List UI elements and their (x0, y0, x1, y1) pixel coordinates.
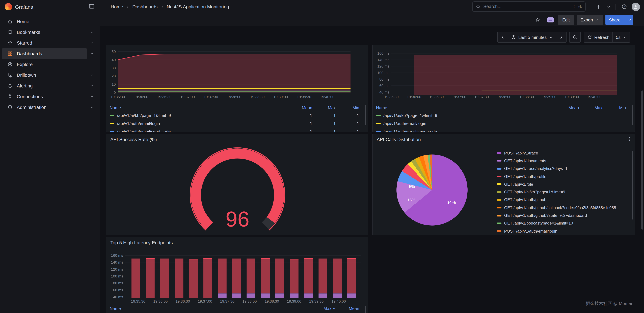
success-rate-gauge[interactable]: 96 (106, 144, 368, 234)
legend-row[interactable]: /api/v1/auth/email/login111 (110, 120, 359, 128)
grid-icon (8, 51, 13, 56)
legend-value: 1 (338, 113, 359, 118)
legend-row[interactable]: /api/v1/auth/email/login (376, 120, 626, 128)
legend-sort-max[interactable]: Max (315, 306, 336, 311)
legend-row[interactable]: /api/v1/auth/email/send-code (376, 128, 626, 132)
add-chevron-down-icon[interactable] (605, 2, 612, 12)
legend-scrollbar[interactable] (365, 105, 366, 125)
time-forward-button[interactable] (556, 32, 566, 42)
legend-scrollbar[interactable] (632, 151, 633, 220)
pie-chart[interactable] (396, 154, 468, 226)
sidebar-link-dashboards[interactable]: Dashboards (2, 48, 87, 59)
panel-top5-high-latency: Top 5 High Latency Endpoints 40 ms60 ms8… (106, 237, 368, 313)
add-button[interactable] (593, 2, 604, 12)
chevron-down-icon[interactable] (87, 52, 97, 56)
star-dashboard-icon[interactable] (533, 15, 543, 25)
refresh-button[interactable]: Refresh (584, 32, 613, 42)
legend-sort-max[interactable]: Max (582, 106, 602, 110)
series-color-swatch (497, 191, 502, 193)
pie-legend-item[interactable]: POST /api/v1/auth/email/login (497, 227, 627, 235)
chevron-down-icon[interactable] (87, 105, 97, 109)
panel-menu-icon[interactable] (627, 137, 632, 141)
pie-legend-item[interactable]: GET /api/v1/auth/github/callback?code=0f… (497, 204, 627, 212)
panel-title[interactable]: API Calls Distribution (377, 137, 421, 142)
share-button[interactable]: Share (606, 15, 633, 25)
user-avatar[interactable] (630, 2, 641, 12)
panel-title[interactable]: Top 5 High Latency Endpoints (110, 240, 173, 245)
search-icon (476, 4, 481, 9)
svg-text:?: ? (623, 5, 625, 8)
series-name: GET /api/v1/auth/github?state=%2Fdashboa… (504, 213, 587, 218)
sidebar-link-explore[interactable]: Explore (2, 59, 87, 70)
breadcrumb-dashboards[interactable]: Dashboards (132, 4, 158, 9)
pie-legend-item[interactable]: GET /api/v1/role (497, 180, 627, 188)
panel-title[interactable]: API Success Rate (%) (110, 137, 157, 142)
pie-legend-item[interactable]: GET /api/v1/trace/analytics?days=1 (497, 165, 627, 173)
time-back-button[interactable] (498, 32, 508, 42)
legend-scrollbar[interactable] (365, 306, 366, 313)
dock-menu-icon[interactable] (88, 3, 94, 10)
sidebar-link-home[interactable]: Home (2, 16, 87, 27)
svg-text:19:39:30: 19:39:30 (564, 95, 579, 99)
legend-sort-name[interactable]: Name (376, 106, 387, 110)
sidebar-link-bookmarks[interactable]: Bookmarks (2, 27, 87, 37)
sidebar-link-drilldown[interactable]: Drilldown (2, 70, 87, 80)
brand-name: Grafana (15, 4, 33, 9)
legend-sort-mean[interactable]: Mean (292, 106, 312, 110)
svg-text:19:36:00: 19:36:00 (407, 95, 421, 99)
share-chevron-down-icon[interactable] (626, 15, 633, 25)
zoom-out-button[interactable] (569, 32, 580, 42)
svg-text:19:35:30: 19:35:30 (110, 95, 125, 99)
breadcrumb-current-dashboard[interactable]: NestJS Application Monitoring (167, 4, 229, 9)
pie-legend-item[interactable]: GET /api/v1/auth/github?state=%2Fdashboa… (497, 212, 627, 220)
legend-sort-min[interactable]: Min (605, 106, 626, 110)
export-button[interactable]: Export (576, 15, 603, 25)
latency-timeseries-chart[interactable]: 40 ms60 ms80 ms100 ms120 ms140 ms160 ms1… (375, 46, 633, 101)
pie-legend-item[interactable]: GET /api/v1/auth/github (497, 196, 627, 204)
time-range-picker[interactable]: Last 5 minutes (508, 32, 556, 42)
page-scrollbar[interactable] (641, 90, 643, 230)
sidebar-link-starred[interactable]: Starred (2, 37, 87, 48)
legend-sort-mean[interactable]: Mean (338, 306, 359, 311)
top5-latency-bar-chart[interactable]: 40 ms60 ms80 ms100 ms120 ms140 ms160 ms1… (108, 247, 365, 309)
legend-row[interactable]: /api/v1/auth/email/send-code111 (110, 128, 359, 132)
pie-legend-item[interactable]: POST /api/v1/trace (497, 149, 627, 157)
sidebar-link-connections[interactable]: Connections (2, 91, 87, 102)
chevron-down-icon[interactable] (87, 94, 97, 98)
pie-legend-item[interactable]: GET /api/v1/documents (497, 157, 627, 165)
sidebar-link-alerting[interactable]: Alerting (2, 80, 87, 91)
requests-timeseries-chart[interactable]: 0102030405019:35:3019:36:0019:36:3019:37… (108, 46, 365, 101)
svg-text:0: 0 (114, 90, 116, 95)
help-icon[interactable]: ? (619, 2, 629, 12)
ai-assistant-icon[interactable] (546, 15, 556, 25)
series-color-swatch (110, 123, 114, 124)
panel-api-calls-distribution: API Calls Distribution 5% 15% 64% POST /… (372, 134, 635, 235)
sidebar-link-administration[interactable]: Administration (2, 102, 87, 113)
pie-legend-item[interactable]: GET /api/v1/ai/kb?page=1&limit=9 (497, 188, 627, 196)
chevron-down-icon[interactable] (87, 84, 97, 88)
sidebar-item-label: Explore (17, 62, 33, 67)
svg-text:60 ms: 60 ms (379, 84, 390, 88)
legend-sort-min[interactable]: Min (338, 106, 359, 110)
chevron-down-icon[interactable] (87, 41, 97, 45)
sidebar-item-label: Administration (17, 105, 46, 110)
svg-text:19:39:00: 19:39:00 (542, 95, 556, 99)
refresh-interval-label: 5s (616, 35, 620, 40)
pie-legend-item[interactable]: GET /api/v1/auth/profile (497, 173, 627, 180)
legend-sort-max[interactable]: Max (315, 106, 336, 110)
legend-scrollbar[interactable] (632, 105, 633, 125)
legend-sort-mean[interactable]: Mean (558, 106, 579, 110)
brand[interactable]: Grafana (5, 0, 33, 13)
legend-row[interactable]: /api/v1/ai/kb?page=1&limit=9 (376, 112, 626, 120)
breadcrumb-home[interactable]: Home (111, 4, 123, 9)
refresh-interval-picker[interactable]: 5s (613, 32, 630, 42)
legend-sort-name[interactable]: Name (110, 306, 121, 311)
search-input[interactable]: Search... ⌘+k (472, 1, 586, 12)
chevron-down-icon[interactable] (87, 73, 97, 77)
pie-legend-item[interactable]: GET /api/v1/podcast?page=1&limit=10 (497, 219, 627, 227)
edit-button[interactable]: Edit (558, 15, 574, 25)
legend-sort-name[interactable]: Name (110, 106, 121, 110)
legend-row[interactable]: /api/v1/ai/kb?page=1&limit=9111 (110, 112, 359, 120)
chevron-down-icon[interactable] (87, 30, 97, 34)
sidebar-item-label: Bookmarks (17, 29, 40, 35)
